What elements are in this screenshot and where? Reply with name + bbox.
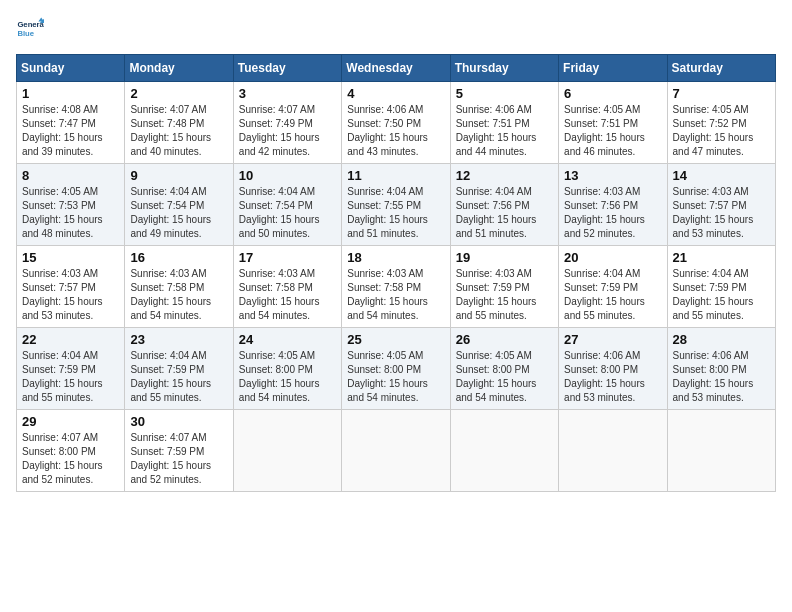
day-info: Sunrise: 4:05 AMSunset: 8:00 PMDaylight:… (456, 349, 553, 405)
day-number: 16 (130, 250, 227, 265)
day-number: 13 (564, 168, 661, 183)
calendar-cell: 23Sunrise: 4:04 AMSunset: 7:59 PMDayligh… (125, 328, 233, 410)
calendar-cell: 11Sunrise: 4:04 AMSunset: 7:55 PMDayligh… (342, 164, 450, 246)
logo-icon: General Blue (16, 16, 44, 44)
weekday-header-thursday: Thursday (450, 55, 558, 82)
calendar-cell (667, 410, 775, 492)
calendar-cell: 17Sunrise: 4:03 AMSunset: 7:58 PMDayligh… (233, 246, 341, 328)
day-number: 1 (22, 86, 119, 101)
day-number: 10 (239, 168, 336, 183)
calendar-cell: 12Sunrise: 4:04 AMSunset: 7:56 PMDayligh… (450, 164, 558, 246)
day-info: Sunrise: 4:04 AMSunset: 7:59 PMDaylight:… (673, 267, 770, 323)
day-number: 6 (564, 86, 661, 101)
day-info: Sunrise: 4:03 AMSunset: 7:58 PMDaylight:… (347, 267, 444, 323)
day-info: Sunrise: 4:08 AMSunset: 7:47 PMDaylight:… (22, 103, 119, 159)
day-info: Sunrise: 4:04 AMSunset: 7:55 PMDaylight:… (347, 185, 444, 241)
calendar-cell: 13Sunrise: 4:03 AMSunset: 7:56 PMDayligh… (559, 164, 667, 246)
calendar-cell: 19Sunrise: 4:03 AMSunset: 7:59 PMDayligh… (450, 246, 558, 328)
day-info: Sunrise: 4:05 AMSunset: 8:00 PMDaylight:… (347, 349, 444, 405)
weekday-header-wednesday: Wednesday (342, 55, 450, 82)
day-number: 5 (456, 86, 553, 101)
svg-text:Blue: Blue (17, 29, 34, 38)
day-number: 9 (130, 168, 227, 183)
day-number: 18 (347, 250, 444, 265)
calendar-cell: 25Sunrise: 4:05 AMSunset: 8:00 PMDayligh… (342, 328, 450, 410)
day-info: Sunrise: 4:06 AMSunset: 7:51 PMDaylight:… (456, 103, 553, 159)
calendar-cell: 18Sunrise: 4:03 AMSunset: 7:58 PMDayligh… (342, 246, 450, 328)
day-number: 23 (130, 332, 227, 347)
calendar-header-row: SundayMondayTuesdayWednesdayThursdayFrid… (17, 55, 776, 82)
day-number: 8 (22, 168, 119, 183)
calendar-cell: 5Sunrise: 4:06 AMSunset: 7:51 PMDaylight… (450, 82, 558, 164)
calendar-week-row: 29Sunrise: 4:07 AMSunset: 8:00 PMDayligh… (17, 410, 776, 492)
calendar-cell: 4Sunrise: 4:06 AMSunset: 7:50 PMDaylight… (342, 82, 450, 164)
day-info: Sunrise: 4:04 AMSunset: 7:59 PMDaylight:… (564, 267, 661, 323)
day-number: 12 (456, 168, 553, 183)
day-number: 7 (673, 86, 770, 101)
day-info: Sunrise: 4:07 AMSunset: 7:59 PMDaylight:… (130, 431, 227, 487)
calendar-week-row: 1Sunrise: 4:08 AMSunset: 7:47 PMDaylight… (17, 82, 776, 164)
day-number: 22 (22, 332, 119, 347)
day-number: 27 (564, 332, 661, 347)
day-info: Sunrise: 4:03 AMSunset: 7:56 PMDaylight:… (564, 185, 661, 241)
calendar-cell: 15Sunrise: 4:03 AMSunset: 7:57 PMDayligh… (17, 246, 125, 328)
day-info: Sunrise: 4:03 AMSunset: 7:58 PMDaylight:… (239, 267, 336, 323)
calendar-cell: 20Sunrise: 4:04 AMSunset: 7:59 PMDayligh… (559, 246, 667, 328)
calendar-week-row: 8Sunrise: 4:05 AMSunset: 7:53 PMDaylight… (17, 164, 776, 246)
weekday-header-monday: Monday (125, 55, 233, 82)
day-number: 3 (239, 86, 336, 101)
calendar-cell: 9Sunrise: 4:04 AMSunset: 7:54 PMDaylight… (125, 164, 233, 246)
calendar-cell: 24Sunrise: 4:05 AMSunset: 8:00 PMDayligh… (233, 328, 341, 410)
day-number: 26 (456, 332, 553, 347)
calendar-cell: 14Sunrise: 4:03 AMSunset: 7:57 PMDayligh… (667, 164, 775, 246)
day-info: Sunrise: 4:05 AMSunset: 7:51 PMDaylight:… (564, 103, 661, 159)
calendar-body: 1Sunrise: 4:08 AMSunset: 7:47 PMDaylight… (17, 82, 776, 492)
day-info: Sunrise: 4:03 AMSunset: 7:57 PMDaylight:… (22, 267, 119, 323)
day-info: Sunrise: 4:04 AMSunset: 7:54 PMDaylight:… (239, 185, 336, 241)
day-info: Sunrise: 4:07 AMSunset: 8:00 PMDaylight:… (22, 431, 119, 487)
day-info: Sunrise: 4:06 AMSunset: 8:00 PMDaylight:… (673, 349, 770, 405)
day-info: Sunrise: 4:06 AMSunset: 8:00 PMDaylight:… (564, 349, 661, 405)
day-number: 29 (22, 414, 119, 429)
day-number: 4 (347, 86, 444, 101)
day-number: 30 (130, 414, 227, 429)
calendar-cell: 16Sunrise: 4:03 AMSunset: 7:58 PMDayligh… (125, 246, 233, 328)
calendar-cell (450, 410, 558, 492)
calendar-cell: 27Sunrise: 4:06 AMSunset: 8:00 PMDayligh… (559, 328, 667, 410)
day-info: Sunrise: 4:06 AMSunset: 7:50 PMDaylight:… (347, 103, 444, 159)
day-info: Sunrise: 4:03 AMSunset: 7:58 PMDaylight:… (130, 267, 227, 323)
weekday-header-sunday: Sunday (17, 55, 125, 82)
day-info: Sunrise: 4:03 AMSunset: 7:57 PMDaylight:… (673, 185, 770, 241)
weekday-header-tuesday: Tuesday (233, 55, 341, 82)
day-number: 2 (130, 86, 227, 101)
calendar-cell: 6Sunrise: 4:05 AMSunset: 7:51 PMDaylight… (559, 82, 667, 164)
day-number: 25 (347, 332, 444, 347)
day-info: Sunrise: 4:03 AMSunset: 7:59 PMDaylight:… (456, 267, 553, 323)
day-number: 24 (239, 332, 336, 347)
day-number: 21 (673, 250, 770, 265)
calendar-cell: 28Sunrise: 4:06 AMSunset: 8:00 PMDayligh… (667, 328, 775, 410)
calendar-cell (233, 410, 341, 492)
day-number: 14 (673, 168, 770, 183)
calendar-cell: 8Sunrise: 4:05 AMSunset: 7:53 PMDaylight… (17, 164, 125, 246)
day-info: Sunrise: 4:05 AMSunset: 8:00 PMDaylight:… (239, 349, 336, 405)
calendar-cell (342, 410, 450, 492)
page-header: General Blue (16, 16, 776, 44)
weekday-header-saturday: Saturday (667, 55, 775, 82)
calendar-cell: 26Sunrise: 4:05 AMSunset: 8:00 PMDayligh… (450, 328, 558, 410)
day-info: Sunrise: 4:04 AMSunset: 7:59 PMDaylight:… (130, 349, 227, 405)
day-number: 11 (347, 168, 444, 183)
day-info: Sunrise: 4:07 AMSunset: 7:49 PMDaylight:… (239, 103, 336, 159)
day-number: 28 (673, 332, 770, 347)
logo: General Blue (16, 16, 48, 44)
day-number: 15 (22, 250, 119, 265)
day-info: Sunrise: 4:05 AMSunset: 7:52 PMDaylight:… (673, 103, 770, 159)
calendar-cell: 10Sunrise: 4:04 AMSunset: 7:54 PMDayligh… (233, 164, 341, 246)
calendar-cell: 21Sunrise: 4:04 AMSunset: 7:59 PMDayligh… (667, 246, 775, 328)
day-info: Sunrise: 4:04 AMSunset: 7:54 PMDaylight:… (130, 185, 227, 241)
day-number: 20 (564, 250, 661, 265)
calendar-cell (559, 410, 667, 492)
calendar-cell: 30Sunrise: 4:07 AMSunset: 7:59 PMDayligh… (125, 410, 233, 492)
calendar-week-row: 22Sunrise: 4:04 AMSunset: 7:59 PMDayligh… (17, 328, 776, 410)
calendar-cell: 3Sunrise: 4:07 AMSunset: 7:49 PMDaylight… (233, 82, 341, 164)
